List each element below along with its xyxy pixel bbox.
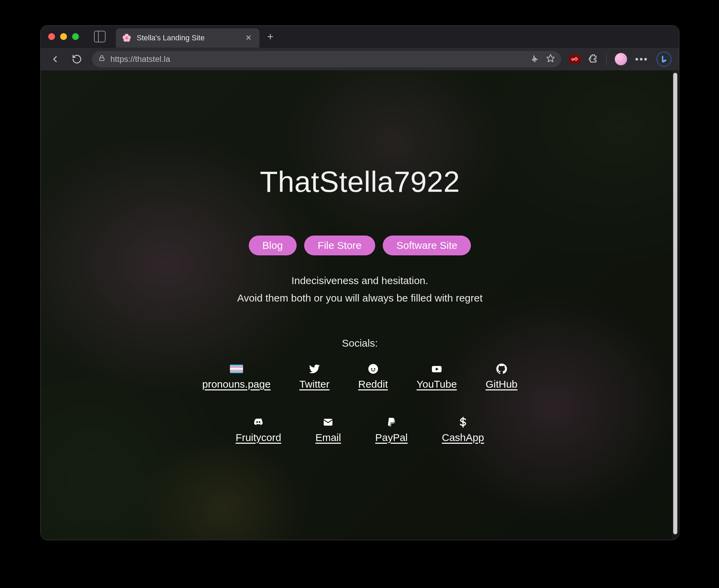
social-link-pronouns[interactable]: pronouns.page xyxy=(202,363,271,390)
tagline-line-2: Avoid them both or you will always be fi… xyxy=(237,289,483,307)
svg-rect-0 xyxy=(100,58,104,61)
tagline: Indecisiveness and hesitation. Avoid the… xyxy=(237,272,483,307)
email-icon xyxy=(322,416,334,428)
page-viewport: ThatStella7922 Blog File Store Software … xyxy=(41,71,679,540)
tab-title: Stella's Landing Site xyxy=(137,34,238,42)
svg-marker-1 xyxy=(547,54,554,62)
browser-window: 🌸 Stella's Landing Site ✕ ＋ https://that… xyxy=(40,25,679,540)
tab-close-button[interactable]: ✕ xyxy=(244,34,253,42)
nav-button-row: Blog File Store Software Site xyxy=(249,236,471,255)
favorite-icon[interactable] xyxy=(546,54,555,65)
social-label: Fruitycord xyxy=(236,432,281,443)
social-label: Email xyxy=(315,432,341,443)
window-close-button[interactable] xyxy=(48,33,55,40)
vertical-scrollbar[interactable] xyxy=(672,71,678,540)
browser-tab-active[interactable]: 🌸 Stella's Landing Site ✕ xyxy=(116,28,259,48)
page-content: ThatStella7922 Blog File Store Software … xyxy=(41,71,679,540)
social-label: pronouns.page xyxy=(202,378,271,390)
bing-chat-button[interactable] xyxy=(656,52,671,67)
toolbar: https://thatstel.la uO ••• xyxy=(41,48,679,71)
nav-button-software[interactable]: Software Site xyxy=(383,236,471,255)
social-label: YouTube xyxy=(417,378,457,390)
svg-point-2 xyxy=(368,364,378,374)
social-label: CashApp xyxy=(442,432,484,443)
toolbar-right: uO ••• xyxy=(569,52,671,67)
titlebar: 🌸 Stella's Landing Site ✕ ＋ xyxy=(41,26,679,48)
svg-point-4 xyxy=(374,368,375,370)
transflag-icon xyxy=(230,363,243,375)
tab-overview-button[interactable] xyxy=(94,31,106,42)
social-link-youtube[interactable]: YouTube xyxy=(417,363,457,390)
tagline-line-1: Indecisiveness and hesitation. xyxy=(237,272,483,289)
socials-heading: Socials: xyxy=(342,337,378,349)
paypal-icon xyxy=(385,416,397,428)
svg-point-3 xyxy=(371,368,372,370)
address-bar[interactable]: https://thatstel.la xyxy=(92,51,561,67)
tab-favicon-icon: 🌸 xyxy=(122,34,131,42)
social-link-reddit[interactable]: Reddit xyxy=(358,363,388,390)
read-aloud-icon[interactable] xyxy=(530,54,539,65)
social-label: PayPal xyxy=(375,432,408,443)
social-label: GitHub xyxy=(486,378,517,390)
dollar-icon xyxy=(457,416,469,428)
nav-button-filestore[interactable]: File Store xyxy=(304,236,375,255)
twitter-icon xyxy=(309,363,320,375)
lock-icon xyxy=(98,54,106,64)
profile-avatar[interactable] xyxy=(615,53,627,65)
extensions-button[interactable] xyxy=(588,54,598,65)
nav-button-blog[interactable]: Blog xyxy=(249,236,297,255)
social-link-paypal[interactable]: PayPal xyxy=(375,416,408,443)
new-tab-button[interactable]: ＋ xyxy=(263,29,278,44)
social-link-discord[interactable]: Fruitycord xyxy=(236,416,281,443)
window-controls xyxy=(48,33,79,40)
socials-row-2: Fruitycord Email PayPal xyxy=(236,416,484,443)
social-link-email[interactable]: Email xyxy=(315,416,341,443)
page-title: ThatStella7922 xyxy=(260,165,460,199)
discord-icon xyxy=(253,416,264,428)
more-menu-button[interactable]: ••• xyxy=(635,54,648,65)
toolbar-divider xyxy=(606,53,607,65)
back-button[interactable] xyxy=(48,52,62,66)
social-label: Reddit xyxy=(358,378,388,390)
youtube-icon xyxy=(431,363,443,375)
social-label: Twitter xyxy=(299,378,329,390)
window-zoom-button[interactable] xyxy=(72,33,79,40)
social-link-twitter[interactable]: Twitter xyxy=(299,363,329,390)
github-icon xyxy=(496,363,507,375)
reload-button[interactable] xyxy=(70,52,84,66)
reddit-icon xyxy=(367,363,379,375)
social-link-github[interactable]: GitHub xyxy=(486,363,517,390)
vertical-scrollbar-thumb[interactable] xyxy=(673,73,677,534)
address-url: https://thatstel.la xyxy=(110,54,170,64)
socials-row-1: pronouns.page Twitter Reddit xyxy=(202,363,518,390)
ublock-extension-icon[interactable]: uO xyxy=(569,55,580,63)
social-link-cashapp[interactable]: CashApp xyxy=(442,416,484,443)
svg-rect-7 xyxy=(324,419,333,426)
window-minimize-button[interactable] xyxy=(60,33,67,40)
